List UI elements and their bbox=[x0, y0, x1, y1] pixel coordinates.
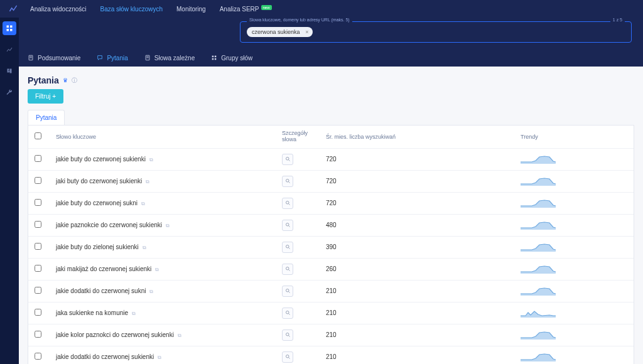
content-area: Pytania ♛ ⓘ Filtruj + Pytania Słowo kluc… bbox=[19, 67, 643, 364]
table-row: jakie kolor paznokci do czerwonej sukien… bbox=[28, 324, 634, 346]
row-checkbox[interactable] bbox=[35, 265, 41, 272]
svg-point-26 bbox=[286, 289, 289, 292]
col-keyword[interactable]: Słowo kluczowe bbox=[50, 126, 276, 148]
row-checkbox[interactable] bbox=[35, 177, 41, 184]
svg-rect-3 bbox=[10, 29, 13, 31]
external-icon[interactable]: ⧉ bbox=[178, 333, 181, 338]
volume-value: 210 bbox=[326, 287, 337, 294]
trend-sparkline bbox=[521, 198, 556, 208]
subtab-label: Pytania bbox=[107, 55, 127, 62]
keyword-text[interactable]: jakie buty do zielonej sukienki bbox=[56, 244, 139, 250]
svg-rect-11 bbox=[215, 56, 217, 58]
keyword-text[interactable]: jakie buty do czerwonej sukienki bbox=[56, 156, 146, 163]
wrench-icon[interactable] bbox=[3, 85, 16, 99]
search-counter: 1 z 5 bbox=[610, 18, 625, 22]
svg-line-29 bbox=[288, 314, 289, 315]
keyword-text[interactable]: jaki buty do czerwonej sukienki bbox=[56, 178, 142, 185]
keyword-text[interactable]: jakie dodatki do czerwonej sukni bbox=[56, 287, 146, 294]
external-icon[interactable]: ⧉ bbox=[146, 179, 149, 185]
search-field-label: Słowa kluczowe, domeny lub adresy URL (m… bbox=[247, 18, 352, 22]
volume-value: 720 bbox=[326, 178, 337, 185]
volume-value: 210 bbox=[326, 309, 337, 316]
page-header: Pytania ♛ ⓘ bbox=[19, 67, 643, 89]
row-checkbox[interactable] bbox=[35, 287, 41, 294]
svg-point-14 bbox=[286, 158, 289, 161]
keyword-detail-button[interactable] bbox=[282, 308, 293, 319]
keyword-detail-button[interactable] bbox=[282, 264, 293, 275]
subtab-label: Podsumowanie bbox=[38, 55, 80, 62]
tab-questions[interactable]: Pytania bbox=[28, 110, 65, 125]
keyword-detail-button[interactable] bbox=[282, 176, 293, 187]
row-checkbox[interactable] bbox=[35, 221, 41, 228]
svg-rect-10 bbox=[212, 56, 214, 58]
row-checkbox[interactable] bbox=[35, 155, 41, 162]
keyword-detail-button[interactable] bbox=[282, 198, 293, 209]
keyword-search-box[interactable]: Słowa kluczowe, domeny lub adresy URL (m… bbox=[240, 21, 632, 43]
info-icon[interactable]: ⓘ bbox=[72, 77, 77, 85]
keyword-text[interactable]: jaka sukienke na komunie bbox=[56, 309, 128, 316]
keyword-detail-button[interactable] bbox=[282, 220, 293, 231]
subtab-related[interactable]: Słowa zależne bbox=[144, 55, 195, 62]
volume-value: 720 bbox=[326, 200, 337, 206]
side-rail bbox=[0, 18, 19, 364]
subtab-summary[interactable]: Podsumowanie bbox=[28, 55, 80, 62]
volume-value: 720 bbox=[326, 156, 337, 163]
subtab-groups[interactable]: Grupy słów bbox=[211, 55, 252, 62]
dashboard-icon[interactable] bbox=[3, 21, 16, 35]
external-icon[interactable]: ⧉ bbox=[143, 245, 146, 250]
keyword-text[interactable]: jakie buty do czerwonej sukni bbox=[56, 200, 138, 206]
nav-visibility[interactable]: Analiza widoczności bbox=[30, 6, 87, 13]
chart-icon[interactable] bbox=[3, 43, 16, 56]
select-all-checkbox[interactable] bbox=[35, 132, 41, 139]
crown-icon: ♛ bbox=[63, 77, 68, 83]
chip-remove-icon[interactable]: × bbox=[305, 29, 308, 35]
svg-line-31 bbox=[288, 336, 289, 337]
external-icon[interactable]: ⧉ bbox=[149, 157, 153, 163]
external-icon[interactable]: ⧉ bbox=[149, 289, 153, 294]
keyword-detail-button[interactable] bbox=[282, 329, 293, 341]
row-checkbox[interactable] bbox=[35, 309, 41, 316]
svg-rect-13 bbox=[215, 58, 217, 60]
filter-button[interactable]: Filtruj + bbox=[28, 89, 63, 104]
trend-sparkline bbox=[521, 154, 556, 164]
subtab-questions[interactable]: Pytania bbox=[97, 55, 127, 62]
search-row: Słowa kluczowe, domeny lub adresy URL (m… bbox=[19, 18, 643, 49]
external-icon[interactable]: ⧉ bbox=[166, 223, 170, 228]
svg-line-19 bbox=[288, 204, 289, 205]
nav-monitoring[interactable]: Monitoring bbox=[176, 6, 206, 13]
keyword-text[interactable]: jakie paznokcie do czerwonej sukienki bbox=[56, 222, 162, 228]
row-checkbox[interactable] bbox=[35, 243, 41, 250]
puzzle-icon[interactable] bbox=[3, 64, 16, 78]
sub-tabs: PodsumowaniePytaniaSłowa zależneGrupy sł… bbox=[19, 49, 643, 67]
nav-keyword-db[interactable]: Baza słów kluczowych bbox=[100, 6, 163, 13]
svg-point-20 bbox=[286, 223, 289, 227]
trend-sparkline bbox=[521, 329, 556, 340]
keyword-text[interactable]: jakie dodatki do czerwonej sukienki bbox=[56, 353, 154, 360]
svg-line-33 bbox=[288, 358, 289, 359]
row-checkbox[interactable] bbox=[35, 353, 41, 360]
keyword-detail-button[interactable] bbox=[282, 351, 293, 363]
keyword-text[interactable]: jaki makijaż do czerwonej sukienki bbox=[56, 265, 151, 272]
table-row: jakie paznokcie do czerwonej sukienki⧉48… bbox=[28, 214, 634, 236]
keyword-detail-button[interactable] bbox=[282, 286, 293, 297]
external-icon[interactable]: ⧉ bbox=[141, 201, 145, 206]
trend-sparkline bbox=[521, 220, 556, 230]
search-chip-label: czerwona sukienka bbox=[252, 29, 300, 35]
keyword-detail-button[interactable] bbox=[282, 242, 293, 253]
keyword-detail-button[interactable] bbox=[282, 154, 293, 165]
trend-sparkline bbox=[521, 308, 556, 318]
external-icon[interactable]: ⧉ bbox=[155, 267, 159, 272]
row-checkbox[interactable] bbox=[35, 199, 41, 206]
table-row: jakie buty do czerwonej sukienki⧉720 bbox=[28, 148, 634, 170]
svg-line-27 bbox=[288, 292, 289, 293]
row-checkbox[interactable] bbox=[35, 331, 41, 338]
trend-sparkline bbox=[521, 242, 556, 252]
svg-point-30 bbox=[286, 333, 289, 336]
external-icon[interactable]: ⧉ bbox=[132, 311, 136, 316]
col-trend: Trendy bbox=[514, 126, 634, 148]
col-volume[interactable]: Śr. mies. liczba wyszukiwań bbox=[313, 126, 514, 148]
svg-point-22 bbox=[286, 245, 289, 249]
external-icon[interactable]: ⧉ bbox=[158, 355, 161, 360]
nav-serp[interactable]: Analiza SERPnew bbox=[220, 6, 272, 13]
keyword-text[interactable]: jakie kolor paznokci do czerwonej sukien… bbox=[56, 331, 174, 338]
